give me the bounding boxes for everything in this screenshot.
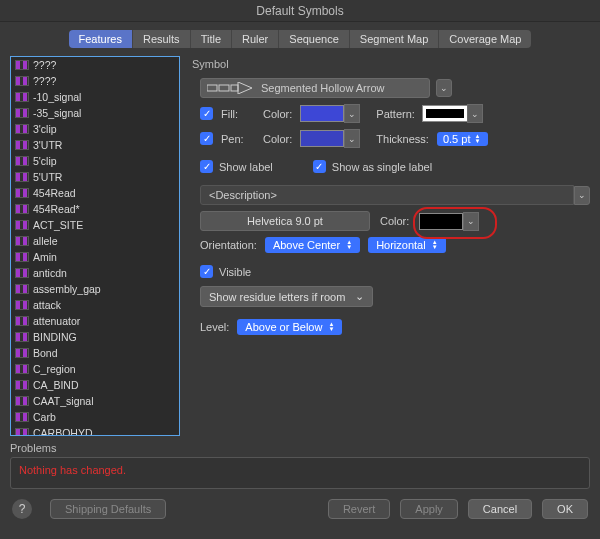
problems-box: Nothing has changed. bbox=[10, 457, 590, 489]
pen-label: Pen: bbox=[221, 133, 255, 145]
thickness-label: Thickness: bbox=[376, 133, 429, 145]
list-item[interactable]: CAAT_signal bbox=[11, 393, 179, 409]
visible-checkbox[interactable]: ✓ bbox=[200, 265, 213, 278]
font-color-swatch[interactable] bbox=[419, 213, 463, 230]
feature-icon bbox=[15, 124, 29, 134]
list-item[interactable]: ???? bbox=[11, 73, 179, 89]
problems-text: Nothing has changed. bbox=[19, 464, 126, 476]
list-item[interactable]: Bond bbox=[11, 345, 179, 361]
thickness-stepper[interactable]: 0.5 pt ▲▼ bbox=[437, 132, 489, 146]
list-item-label: ???? bbox=[33, 59, 56, 71]
feature-icon bbox=[15, 428, 29, 435]
list-item-label: anticdn bbox=[33, 267, 67, 279]
font-color-caret[interactable]: ⌄ bbox=[463, 212, 479, 231]
list-item[interactable]: 3'clip bbox=[11, 121, 179, 137]
orientation-dropdown[interactable]: Above Center ▲▼ bbox=[265, 237, 360, 253]
list-item-label: C_region bbox=[33, 363, 76, 375]
fill-checkbox[interactable]: ✓ bbox=[200, 107, 213, 120]
list-item[interactable]: Carb bbox=[11, 409, 179, 425]
feature-icon bbox=[15, 396, 29, 406]
tab-coverage-map[interactable]: Coverage Map bbox=[439, 30, 531, 48]
visible-label: Visible bbox=[219, 266, 251, 278]
list-item[interactable]: ACT_SITE bbox=[11, 217, 179, 233]
fill-color-caret[interactable]: ⌄ bbox=[344, 104, 360, 123]
tab-ruler[interactable]: Ruler bbox=[232, 30, 279, 48]
orientation-label: Orientation: bbox=[200, 239, 257, 251]
feature-icon bbox=[15, 108, 29, 118]
level-dropdown[interactable]: Above or Below ▲▼ bbox=[237, 319, 342, 335]
feature-icon bbox=[15, 236, 29, 246]
list-item[interactable]: CARBOHYD bbox=[11, 425, 179, 435]
feature-icon bbox=[15, 252, 29, 262]
residue-value: Show residue letters if room bbox=[209, 291, 345, 303]
fill-color-swatch[interactable] bbox=[300, 105, 344, 122]
fill-label: Fill: bbox=[221, 108, 255, 120]
updown-icon: ▲▼ bbox=[346, 240, 356, 250]
pen-color-swatch[interactable] bbox=[300, 130, 344, 147]
font-button[interactable]: Helvetica 9.0 pt bbox=[200, 211, 370, 231]
feature-icon bbox=[15, 172, 29, 182]
list-item[interactable]: assembly_gap bbox=[11, 281, 179, 297]
list-item-label: CA_BIND bbox=[33, 379, 79, 391]
tab-sequence[interactable]: Sequence bbox=[279, 30, 350, 48]
list-item[interactable]: -10_signal bbox=[11, 89, 179, 105]
list-item-label: CAAT_signal bbox=[33, 395, 94, 407]
list-item-label: CARBOHYD bbox=[33, 427, 93, 435]
pen-color-caret[interactable]: ⌄ bbox=[344, 129, 360, 148]
ok-button[interactable]: OK bbox=[542, 499, 588, 519]
tab-results[interactable]: Results bbox=[133, 30, 191, 48]
show-label-text: Show label bbox=[219, 161, 273, 173]
color-label: Color: bbox=[263, 108, 292, 120]
shape-dropdown[interactable]: Segmented Hollow Arrow bbox=[200, 78, 430, 98]
list-item[interactable]: 3'UTR bbox=[11, 137, 179, 153]
list-item[interactable]: attack bbox=[11, 297, 179, 313]
list-item[interactable]: 454Read* bbox=[11, 201, 179, 217]
pattern-swatch[interactable] bbox=[423, 106, 467, 121]
description-dropdown[interactable]: <Description> ⌄ bbox=[200, 185, 590, 205]
list-item[interactable]: allele bbox=[11, 233, 179, 249]
orientation-dir-dropdown[interactable]: Horizontal ▲▼ bbox=[368, 237, 446, 253]
feature-icon bbox=[15, 284, 29, 294]
problems-label: Problems bbox=[10, 442, 590, 454]
list-item[interactable]: anticdn bbox=[11, 265, 179, 281]
list-item[interactable]: BINDING bbox=[11, 329, 179, 345]
list-item[interactable]: CA_BIND bbox=[11, 377, 179, 393]
tab-segment-map[interactable]: Segment Map bbox=[350, 30, 439, 48]
list-item[interactable]: C_region bbox=[11, 361, 179, 377]
list-item[interactable]: 5'UTR bbox=[11, 169, 179, 185]
single-label-checkbox[interactable]: ✓Show as single label bbox=[313, 160, 432, 173]
level-label: Level: bbox=[200, 321, 229, 333]
help-button[interactable]: ? bbox=[12, 499, 32, 519]
list-item[interactable]: attenuator bbox=[11, 313, 179, 329]
list-item[interactable]: 454Read bbox=[11, 185, 179, 201]
feature-icon bbox=[15, 92, 29, 102]
cancel-button[interactable]: Cancel bbox=[468, 499, 532, 519]
show-label-checkbox[interactable]: ✓Show label bbox=[200, 160, 273, 173]
chevron-down-icon: ⌄ bbox=[355, 290, 364, 303]
feature-icon bbox=[15, 380, 29, 390]
feature-list[interactable]: ????????-10_signal-35_signal3'clip3'UTR5… bbox=[10, 56, 180, 436]
shape-caret[interactable]: ⌄ bbox=[436, 79, 452, 97]
list-item[interactable]: 5'clip bbox=[11, 153, 179, 169]
feature-icon bbox=[15, 300, 29, 310]
pen-checkbox[interactable]: ✓ bbox=[200, 132, 213, 145]
shipping-defaults-button[interactable]: Shipping Defaults bbox=[50, 499, 166, 519]
residue-dropdown[interactable]: Show residue letters if room ⌄ bbox=[200, 286, 373, 307]
stepper-arrows-icon: ▲▼ bbox=[474, 134, 484, 144]
svg-rect-2 bbox=[231, 85, 238, 91]
feature-icon bbox=[15, 316, 29, 326]
list-item[interactable]: Amin bbox=[11, 249, 179, 265]
feature-icon bbox=[15, 348, 29, 358]
list-item-label: 5'clip bbox=[33, 155, 57, 167]
apply-button[interactable]: Apply bbox=[400, 499, 458, 519]
tab-title[interactable]: Title bbox=[191, 30, 232, 48]
shape-label: Segmented Hollow Arrow bbox=[261, 82, 385, 94]
feature-icon bbox=[15, 188, 29, 198]
orientation-value: Above Center bbox=[273, 239, 340, 251]
list-item[interactable]: ???? bbox=[11, 57, 179, 73]
tab-features[interactable]: Features bbox=[69, 30, 133, 48]
list-item[interactable]: -35_signal bbox=[11, 105, 179, 121]
pattern-caret[interactable]: ⌄ bbox=[467, 104, 483, 123]
symbol-section-label: Symbol bbox=[192, 58, 590, 70]
revert-button[interactable]: Revert bbox=[328, 499, 390, 519]
